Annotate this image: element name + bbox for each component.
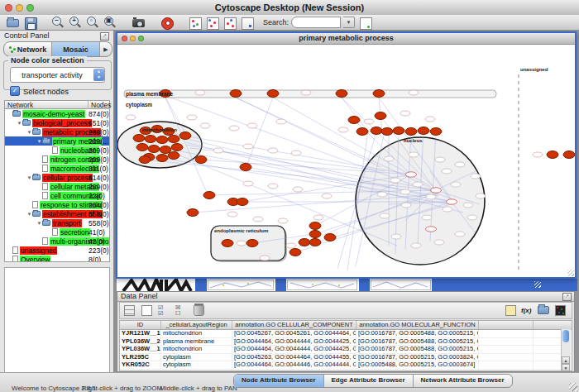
- column-header[interactable]: _cellularLayoutRegion: [161, 321, 232, 329]
- column-header[interactable]: annotation.GO CELLULAR_COMPONENT: [232, 321, 356, 329]
- snapshot-icon[interactable]: [132, 17, 146, 29]
- node-label-pill[interactable]: [390, 178, 400, 183]
- open-icon[interactable]: [7, 17, 20, 29]
- select-nodes-checkbox[interactable]: ✓: [10, 86, 20, 96]
- node-label-pill[interactable]: [435, 157, 445, 162]
- table-row[interactable]: YJR121W__1mitochondrion[GO:0045267, GO:0…: [120, 330, 572, 338]
- node-label-pill[interactable]: [243, 144, 253, 149]
- attribute-table[interactable]: ID_cellularLayoutRegionannotation.GO CEL…: [119, 320, 572, 371]
- save-icon[interactable]: [24, 17, 37, 29]
- column-header[interactable]: annotation.GO MOLECULAR_FUNCTION: [356, 321, 479, 329]
- node-label-pill[interactable]: [187, 115, 197, 120]
- tab-node-attribute-browser[interactable]: Node Attribute Browser: [234, 375, 324, 387]
- vizmap-nodes-icon[interactable]: [206, 17, 219, 29]
- tree-row[interactable]: ▼cellular process614(0): [5, 173, 109, 182]
- node-label-pill[interactable]: [471, 174, 481, 179]
- node-label-pill[interactable]: [126, 115, 136, 120]
- disclosure-triangle-icon[interactable]: ▼: [26, 175, 32, 180]
- gene-node[interactable]: [547, 151, 558, 159]
- tree-row[interactable]: ▼primary metabo209(...: [5, 136, 109, 146]
- new-attribute-icon[interactable]: [141, 304, 153, 317]
- node-label-pill[interactable]: [276, 119, 286, 124]
- gene-node[interactable]: [237, 198, 248, 206]
- float-panel-icon[interactable]: ↗: [562, 293, 572, 301]
- gene-node[interactable]: [299, 239, 310, 246]
- disclosure-triangle-icon[interactable]: ▼: [26, 130, 32, 135]
- tree-row[interactable]: nitrogen compo209(0): [5, 155, 109, 164]
- node-label-pill[interactable]: [293, 187, 303, 192]
- attribute-table-icon[interactable]: [123, 304, 136, 317]
- tree-header-network[interactable]: Network: [7, 101, 33, 109]
- node-label-pill[interactable]: [200, 123, 210, 128]
- zoom-out-icon[interactable]: −: [52, 17, 65, 29]
- resize-grip-icon[interactable]: [567, 270, 574, 276]
- zoom-fit-icon[interactable]: ▫: [87, 17, 100, 29]
- gene-node[interactable]: [563, 151, 575, 159]
- tree-row[interactable]: ▼biological_process651(0): [5, 118, 109, 127]
- scroll-down-icon[interactable]: ▼: [562, 364, 570, 371]
- node-label-pill[interactable]: [260, 256, 270, 261]
- node-label-pill[interactable]: [237, 241, 246, 246]
- attribute-matrix-icon[interactable]: [554, 304, 567, 317]
- node-label-pill[interactable]: [338, 127, 348, 132]
- table-row[interactable]: YPL036W__1mitochondrion[GO:0044464, GO:0…: [120, 346, 572, 354]
- tree-header-nodes[interactable]: Nodes: [88, 101, 112, 109]
- gene-node[interactable]: [356, 128, 368, 136]
- gene-node[interactable]: [145, 136, 156, 143]
- help-icon[interactable]: [160, 17, 174, 29]
- tree-row[interactable]: nucleobase-209(0): [5, 146, 109, 155]
- gene-node[interactable]: [418, 127, 429, 135]
- gene-node[interactable]: [309, 239, 321, 246]
- node-label-pill[interactable]: [195, 90, 205, 95]
- hub-node-pill[interactable]: [426, 227, 437, 232]
- delete-attribute-icon[interactable]: [193, 304, 205, 317]
- node-label-pill[interactable]: [291, 151, 301, 155]
- node-label-pill[interactable]: [443, 207, 452, 212]
- scroll-up-icon[interactable]: ▲: [562, 356, 570, 364]
- gene-node[interactable]: [187, 209, 199, 217]
- network-window-controls[interactable]: [122, 36, 144, 41]
- tree-row[interactable]: multi-organism pro42(0): [5, 237, 109, 246]
- hub-node-pill[interactable]: [406, 172, 417, 177]
- gene-node[interactable]: [371, 127, 382, 135]
- table-row[interactable]: YLR295Ccytoplasm[GO:0045263, GO:0044464,…: [120, 354, 572, 362]
- node-label-pill[interactable]: [442, 169, 452, 174]
- node-label-pill[interactable]: [425, 117, 435, 122]
- float-panel-icon[interactable]: ↗: [100, 32, 109, 41]
- tree-row[interactable]: ▼establishment of lo558(0): [5, 209, 109, 218]
- gene-node[interactable]: [156, 155, 168, 162]
- tree-row[interactable]: Overview8(0): [5, 255, 109, 262]
- tab-network[interactable]: Network: [4, 42, 52, 56]
- gene-node[interactable]: [373, 90, 385, 98]
- table-row[interactable]: YDR039C__1mitochondrion[GO:0044464, GO:0…: [120, 370, 572, 371]
- gene-node[interactable]: [309, 231, 321, 238]
- node-label-pill[interactable]: [243, 181, 253, 186]
- resize-grip-icon[interactable]: [534, 281, 541, 288]
- scrollbar-thumb[interactable]: [562, 330, 569, 342]
- network-canvas[interactable]: plasma membranecytoplasmmitochondrionnuc…: [117, 45, 575, 277]
- node-label-pill[interactable]: [422, 215, 432, 220]
- gene-node[interactable]: [136, 144, 148, 151]
- node-label-pill[interactable]: [455, 162, 465, 167]
- function-builder-icon[interactable]: f(x): [521, 304, 534, 317]
- gene-node[interactable]: [203, 192, 215, 199]
- node-label-pill[interactable]: [313, 215, 323, 220]
- node-label-pill[interactable]: [229, 126, 239, 131]
- window-controls[interactable]: [5, 4, 34, 12]
- node-label-pill[interactable]: [533, 152, 543, 157]
- hub-node-pill[interactable]: [431, 188, 442, 193]
- minimize-button[interactable]: [16, 4, 23, 12]
- column-header[interactable]: ID: [120, 321, 161, 329]
- gene-node[interactable]: [148, 146, 160, 153]
- tree-row[interactable]: cellular metabo209(0): [5, 182, 109, 191]
- tree-row[interactable]: secretion41(0): [5, 227, 109, 237]
- node-label-pill[interactable]: [322, 194, 332, 198]
- node-label-pill[interactable]: [268, 184, 278, 189]
- gene-node[interactable]: [430, 128, 442, 136]
- tree-row[interactable]: response to stimulu264(0): [5, 200, 109, 209]
- import-attributes-icon[interactable]: [538, 304, 550, 317]
- network-thumbnail[interactable]: [208, 280, 274, 290]
- node-label-pill[interactable]: [213, 148, 223, 153]
- minimize-button[interactable]: [130, 36, 136, 41]
- tree-row[interactable]: unassigned223(0): [5, 246, 109, 255]
